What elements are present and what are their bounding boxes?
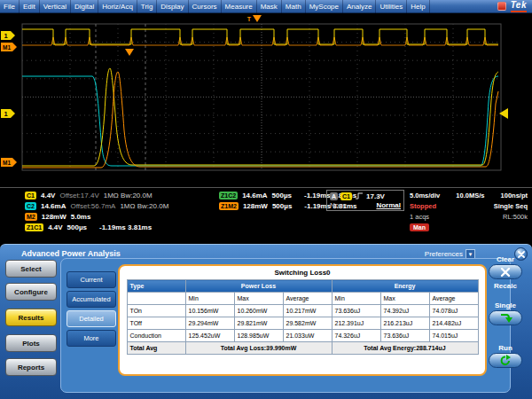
col-max-energy: Max [380, 293, 429, 305]
menu-file[interactable]: File [0, 0, 20, 13]
col-min-energy: Min [332, 293, 380, 305]
acq-state-row: Stopped Single Seq [410, 201, 528, 210]
trigger-position-marker[interactable]: T [247, 15, 262, 22]
manual-badge[interactable]: Man [410, 223, 429, 231]
menu-cursors[interactable]: Cursors [189, 0, 222, 13]
preferences-button[interactable]: Preferences [425, 250, 463, 258]
record-length: RL:500k [503, 213, 528, 221]
switching-loss-table: Type Power Loss Energy Min Max Average M… [127, 279, 479, 355]
m1-reference-marker[interactable] [125, 49, 134, 56]
acq-state: Stopped [410, 202, 436, 210]
table-row: Conduction 125.452uW 128.985uW 21.033uW … [127, 330, 478, 342]
zoom1-ch1-badge[interactable]: Z1C1 [25, 223, 43, 231]
ch1-readout[interactable]: C1 4.4V Offset:17.4V 1MΩ Bw:20.0M [25, 191, 168, 200]
menu-help[interactable]: Help [407, 0, 429, 13]
cell: 74.015uJ [429, 330, 478, 342]
tab-current[interactable]: Current [66, 271, 116, 288]
cell: 74.326uJ [332, 330, 380, 342]
ch1-position-marker-mid[interactable]: 1 [1, 109, 15, 118]
recalc-label: Recalc [482, 282, 528, 290]
menu-analyze[interactable]: Analyze [343, 0, 376, 13]
ch1-position-marker-top[interactable]: 1 [1, 31, 15, 40]
cell: 73.636uJ [332, 305, 380, 317]
menu-vertical[interactable]: Vertical [40, 0, 71, 13]
zoom1-ch2-timebase: 500µs [272, 192, 292, 200]
col-type: Type [127, 280, 185, 293]
sample-resolution: 100ns/pt [501, 192, 528, 200]
zoom1-ch2-badge[interactable]: Z1C2 [219, 192, 238, 200]
menu-measure[interactable]: Measure [222, 0, 257, 13]
run-label: Run [482, 344, 528, 352]
menu-math[interactable]: Math [282, 0, 306, 13]
zoom1-ch2-scale: 14.6mA [242, 192, 267, 200]
svg-text:1: 1 [4, 32, 7, 40]
cell: 212.391uJ [332, 317, 380, 330]
single-button[interactable] [489, 310, 522, 325]
col-avg-power: Average [283, 293, 332, 305]
trigger-mode[interactable]: Normal [376, 201, 401, 209]
horizontal-readout[interactable]: 5.0ms/div 10.0MS/s 100ns/pt [410, 191, 528, 200]
menu-myscope[interactable]: MyScope [306, 0, 343, 13]
oscilloscope-screen: File Edit Vertical Digital Horiz/Acq Tri… [0, 0, 532, 399]
channel-readouts: C1 4.4V Offset:17.4V 1MΩ Bw:20.0M C2 14.… [25, 191, 168, 233]
app-icon[interactable] [497, 2, 506, 11]
acq-mode: Single Seq [494, 202, 528, 210]
menu-utilities[interactable]: Utilities [376, 0, 407, 13]
ch1-badge[interactable]: C1 [25, 192, 36, 200]
cell: 74.078uJ [429, 305, 478, 317]
zoom1-math2-scale: 128mW [243, 202, 268, 210]
clear-button[interactable] [489, 264, 522, 279]
rising-edge-icon [355, 192, 364, 200]
trigger-group-badge: A [330, 192, 338, 200]
zoom1-ch1-timebase: 500µs [67, 223, 87, 231]
ch2-impedance: 1MΩ Bw:20.0M [120, 202, 168, 210]
menu-edit[interactable]: Edit [20, 0, 40, 13]
nav-configure-button[interactable]: Configure [5, 283, 57, 301]
nav-plots-button[interactable]: Plots [5, 334, 57, 352]
tab-detailed[interactable]: Detailed [66, 310, 116, 327]
menu-mask[interactable]: Mask [257, 0, 282, 13]
cell: 214.482uJ [429, 317, 478, 330]
ch1-scale: 4.4V [41, 192, 55, 200]
sample-rate: 10.0MS/s [456, 192, 484, 200]
menu-horiz-acq[interactable]: Horiz/Acq [98, 0, 137, 13]
col-avg-energy: Average [429, 293, 478, 305]
nav-reports-button[interactable]: Reports [5, 358, 57, 376]
tab-accumulated[interactable]: Accumulated [66, 291, 116, 308]
card-title: Switching Loss0 [120, 266, 485, 277]
run-button[interactable] [489, 353, 522, 368]
col-max-power: Max [234, 293, 283, 305]
menu-display[interactable]: Display [157, 0, 188, 13]
ch2-offset: Offset:56.7mA [70, 202, 115, 210]
math2-badge[interactable]: M2 [25, 213, 37, 221]
col-power-loss: Power Loss [185, 280, 332, 293]
col-blank [127, 293, 185, 305]
menu-trig[interactable]: Trig [137, 0, 157, 13]
col-min-power: Min [185, 293, 234, 305]
tab-more[interactable]: More [66, 330, 116, 347]
trigger-readout[interactable]: A C1 17.3V None Normal [326, 190, 404, 211]
menu-digital[interactable]: Digital [71, 0, 98, 13]
power-analysis-panel: Advanced Power Analysis Preferences ▼ Se… [0, 244, 532, 399]
math2-readout[interactable]: M2 128mW 5.0ms [25, 212, 168, 221]
m1-position-marker-top[interactable]: M1 [1, 43, 17, 51]
trigger-holdoff[interactable]: None [330, 201, 347, 209]
total-row: Total Avg Total Avg Loss:39.990mW Total … [127, 342, 478, 355]
acq-count: 1 acqs [410, 213, 429, 221]
svg-text:M1: M1 [3, 160, 11, 166]
row-conduction-label: Conduction [127, 330, 185, 342]
row-toff-label: TOff [127, 317, 185, 330]
cell: 29.821mW [234, 317, 283, 330]
cell: 125.452uW [185, 330, 234, 342]
nav-results-button[interactable]: Results [5, 309, 57, 326]
ch2-readout[interactable]: C2 14.6mA Offset:56.7mA 1MΩ Bw:20.0M [25, 201, 168, 210]
zoom1-math2-badge[interactable]: Z1M2 [219, 202, 239, 210]
ch2-badge[interactable]: C2 [25, 202, 36, 210]
zoom1-ch1-scale: 4.4V [48, 223, 62, 231]
zoom1-ch1-readout[interactable]: Z1C1 4.4V 500µs -1.19ms 3.81ms [25, 223, 168, 231]
single-label: Single [482, 301, 528, 309]
cell: 128.985uW [234, 330, 283, 342]
m1-position-marker-bottom[interactable]: M1 [1, 158, 17, 167]
readout-bar: C1 4.4V Offset:17.4V 1MΩ Bw:20.0M C2 14.… [0, 187, 532, 244]
nav-select-button[interactable]: Select [5, 260, 57, 278]
